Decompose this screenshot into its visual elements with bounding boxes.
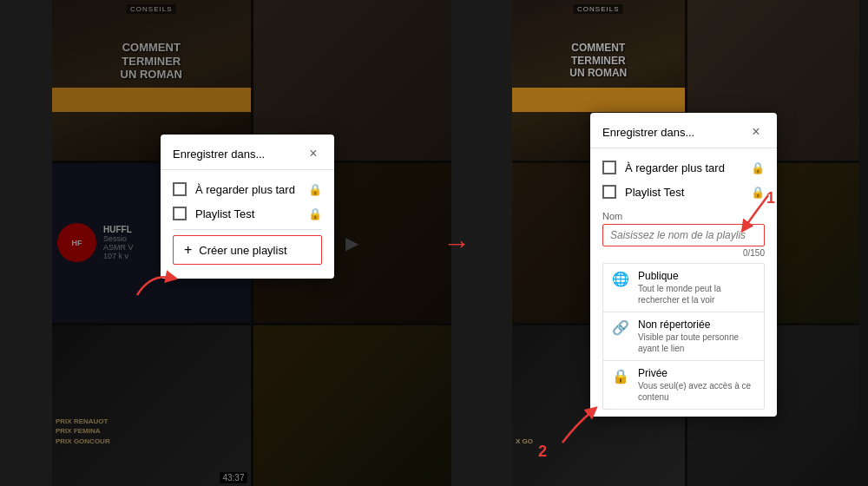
playlist-test-label: Playlist Test <box>195 207 299 220</box>
red-arrow-2 <box>545 395 602 451</box>
right-playlist-test-label: Playlist Test <box>625 186 742 199</box>
public-icon: 🌐 <box>612 271 629 287</box>
middle-arrow: → <box>443 227 470 259</box>
left-item-watch-later: À regarder plus tard 🔒 <box>173 177 322 201</box>
left-dialog-body: À regarder plus tard 🔒 Playlist Test 🔒 +… <box>161 170 334 279</box>
right-dialog: Enregistrer dans... × À regarder plus ta… <box>590 113 777 417</box>
char-count: 0/150 <box>602 248 765 258</box>
left-dialog-header: Enregistrer dans... × <box>161 135 334 170</box>
create-playlist-label: Créer une playlist <box>199 244 286 257</box>
unlisted-desc: Visible par toute personne ayant le lien <box>638 332 755 354</box>
create-playlist-button[interactable]: + Créer une playlist <box>173 235 322 265</box>
unlisted-icon: 🔗 <box>612 319 629 336</box>
watch-later-label: À regarder plus tard <box>195 183 299 196</box>
public-desc: Tout le monde peut la rechercher et la v… <box>638 283 755 305</box>
right-dialog-header: Enregistrer dans... × <box>590 113 777 148</box>
left-divider <box>173 229 322 230</box>
visibility-option-unlisted[interactable]: 🔗 Non répertoriée Visible par toute pers… <box>603 312 764 361</box>
right-item-watch-later: À regarder plus tard 🔒 <box>602 155 765 180</box>
left-dialog-title: Enregistrer dans... <box>173 148 265 161</box>
right-dialog-close[interactable]: × <box>747 123 765 141</box>
watch-later-lock-icon: 🔒 <box>308 183 322 196</box>
right-playlist-test-checkbox[interactable] <box>602 185 616 199</box>
unlisted-text: Non répertoriée Visible par toute person… <box>638 319 755 354</box>
left-dialog-close[interactable]: × <box>305 145 322 162</box>
private-desc: Vous seul(e) avez accès à ce contenu <box>638 380 755 403</box>
private-title: Privée <box>638 367 755 379</box>
public-text: Publique Tout le monde peut la recherche… <box>638 270 755 305</box>
watch-later-checkbox[interactable] <box>173 182 187 196</box>
unlisted-title: Non répertoriée <box>638 319 755 331</box>
visibility-dropdown: 🌐 Publique Tout le monde peut la recherc… <box>602 263 765 410</box>
right-watch-later-lock-icon: 🔒 <box>751 161 765 174</box>
red-arrow-1 <box>729 191 777 239</box>
playlist-test-checkbox[interactable] <box>173 207 187 220</box>
visibility-option-private[interactable]: 🔒 Privée Vous seul(e) avez accès à ce co… <box>603 361 764 409</box>
private-text: Privée Vous seul(e) avez accès à ce cont… <box>638 367 755 403</box>
plus-icon: + <box>184 242 192 258</box>
right-dialog-body: À regarder plus tard 🔒 Playlist Test 🔒 N… <box>590 148 777 417</box>
left-dialog: Enregistrer dans... × À regarder plus ta… <box>161 135 334 279</box>
private-icon: 🔒 <box>612 368 629 384</box>
right-watch-later-checkbox[interactable] <box>602 161 616 174</box>
visibility-option-public[interactable]: 🌐 Publique Tout le monde peut la recherc… <box>603 264 764 312</box>
public-title: Publique <box>638 270 755 282</box>
right-watch-later-label: À regarder plus tard <box>625 161 742 174</box>
playlist-test-lock-icon: 🔒 <box>308 207 322 220</box>
red-arrow-left <box>128 256 181 299</box>
right-dialog-title: Enregistrer dans... <box>602 126 694 139</box>
left-item-playlist-test: Playlist Test 🔒 <box>173 201 322 226</box>
